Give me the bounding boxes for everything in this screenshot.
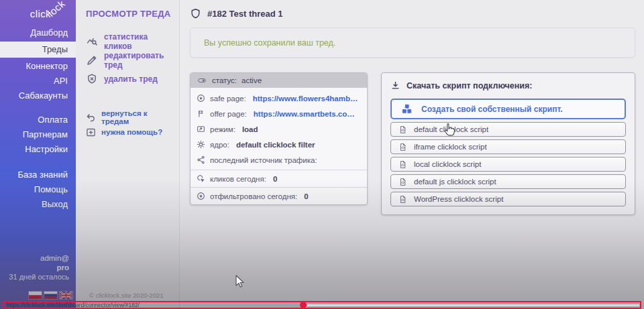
status-header: статус:active bbox=[191, 73, 367, 88]
last-traffic-source-label: последний источник трафика: bbox=[210, 156, 317, 164]
shield-icon bbox=[190, 7, 201, 20]
account-plan: pro bbox=[0, 263, 69, 272]
filtered-today-row: отфильтровано сегодня: 0 bbox=[191, 187, 367, 204]
mode-value: load bbox=[242, 125, 258, 133]
local-script-label: local clicklock script bbox=[414, 160, 481, 168]
sidebar-item-partners[interactable]: Партнерам bbox=[0, 127, 76, 142]
file-code-icon bbox=[398, 195, 407, 204]
wordpress-script-button[interactable]: WordPress clicklock script bbox=[390, 192, 626, 206]
delete-thread-link[interactable]: удалить тред bbox=[86, 70, 174, 88]
gear-icon bbox=[197, 140, 205, 149]
delete-thread-label: удалить тред bbox=[104, 74, 158, 84]
russia-flag-icon[interactable] bbox=[44, 292, 57, 299]
create-custom-script-label: Создать свой собственный скрипт. bbox=[421, 105, 563, 114]
app-root: click lock Дашборд Треды Коннектор API С… bbox=[0, 0, 644, 309]
mode-icon bbox=[197, 125, 205, 133]
safe-page-label: safe page: bbox=[210, 95, 246, 103]
sidebar: click lock Дашборд Треды Коннектор API С… bbox=[0, 0, 76, 309]
download-scripts-card: Скачать скрипт подключения: Создать свой… bbox=[381, 72, 635, 215]
account-days-left: 31 дней осталось bbox=[0, 272, 69, 282]
iframe-script-label: iframe clicklock script bbox=[414, 143, 487, 151]
sidebar-item-subaccounts[interactable]: Сабакаунты bbox=[0, 88, 76, 103]
sidebar-item-settings[interactable]: Настройки bbox=[0, 142, 76, 157]
star-circle-icon bbox=[197, 94, 205, 103]
filtered-today-value: 0 bbox=[304, 192, 308, 200]
star-badge-icon bbox=[197, 192, 205, 200]
status-value: active bbox=[241, 76, 262, 84]
mode-label: режим: bbox=[210, 125, 235, 133]
sidebar-item-api[interactable]: API bbox=[0, 74, 76, 88]
logo[interactable]: click lock bbox=[0, 0, 76, 28]
offer-page-label: offer page: bbox=[210, 110, 247, 118]
panel-actions: статистика кликов редактировать тред уда… bbox=[86, 32, 174, 88]
copyright-text: © clicklock.site 2020-2021 bbox=[89, 292, 164, 299]
status-label: статус: bbox=[212, 76, 237, 84]
offer-page-row: offer page: https://www.smartbets.com/fo… bbox=[191, 106, 367, 121]
main-content: #182 Test thread 1 Вы успешно сохранили … bbox=[180, 0, 644, 309]
offer-page-link[interactable]: https://www.smartbets.com/football/tea..… bbox=[254, 110, 361, 118]
click-stats-label: статистика кликов bbox=[104, 32, 174, 51]
thread-header: #182 Test thread 1 bbox=[190, 5, 635, 22]
poland-flag-icon[interactable] bbox=[29, 292, 42, 299]
language-switcher bbox=[29, 292, 72, 299]
shield-x-icon bbox=[86, 73, 98, 85]
success-alert: Вы успешно сохранили ваш тред. bbox=[190, 27, 635, 58]
file-code-icon bbox=[398, 125, 407, 134]
create-custom-script-button[interactable]: Создать свой собственный скрипт. bbox=[390, 99, 626, 119]
cards-row: статус:active safe page: https://www.flo… bbox=[190, 72, 635, 215]
core-label: ядро: bbox=[210, 141, 229, 149]
share-icon bbox=[197, 156, 205, 164]
statusbar-url: https://clicklock.site/dashboard/connect… bbox=[7, 302, 140, 308]
account-info: admin@ pro 31 дней осталось bbox=[0, 253, 76, 282]
toggle-icon bbox=[197, 76, 207, 84]
file-code-icon bbox=[398, 143, 407, 151]
default-js-script-label: default js clicklock script bbox=[414, 178, 496, 186]
sidebar-item-help[interactable]: Помощь bbox=[0, 182, 76, 197]
video-progress-scrubber[interactable] bbox=[300, 302, 307, 308]
iframe-script-button[interactable]: iframe clicklock script bbox=[390, 139, 626, 154]
sidebar-item-knowledge-base[interactable]: База знаний bbox=[0, 168, 76, 182]
clicks-today-row: кликов сегодня: 0 bbox=[191, 170, 367, 187]
mode-row: режим: load bbox=[191, 121, 367, 137]
status-body: safe page: https://www.flowers4hamburg.c… bbox=[191, 88, 367, 170]
account-email: admin@ bbox=[0, 253, 69, 263]
default-js-script-button[interactable]: default js clicklock script bbox=[390, 174, 626, 189]
need-help-label: нужна помощь? bbox=[101, 128, 162, 136]
last-traffic-source-row: последний источник трафика: bbox=[191, 152, 367, 168]
undo-icon bbox=[86, 113, 96, 123]
core-value: default clicklock filter bbox=[236, 141, 315, 149]
thread-view-panel: ПРОСМОТР ТРЕДА статистика кликов редакти… bbox=[76, 0, 180, 309]
video-progress-track[interactable] bbox=[307, 304, 639, 306]
default-script-label: default clicklock script bbox=[414, 125, 488, 133]
flag-icon bbox=[197, 109, 205, 118]
thread-title: #182 Test thread 1 bbox=[207, 9, 282, 19]
click-stats-link[interactable]: статистика кликов bbox=[86, 32, 174, 51]
help-icon bbox=[86, 127, 96, 137]
back-to-threads-link[interactable]: вернуться к тредам bbox=[86, 110, 174, 125]
thread-status-card: статус:active safe page: https://www.flo… bbox=[190, 72, 368, 205]
edit-thread-label: редактировать тред bbox=[104, 51, 174, 70]
blocks-icon bbox=[400, 103, 413, 115]
scripts-header: Скачать скрипт подключения: bbox=[390, 80, 626, 90]
safe-page-link[interactable]: https://www.flowers4hamburg.com/ bbox=[253, 95, 361, 103]
download-icon bbox=[390, 80, 400, 90]
sidebar-item-payment[interactable]: Оплата bbox=[0, 113, 76, 127]
local-script-button[interactable]: local clicklock script bbox=[390, 157, 626, 172]
edit-thread-link[interactable]: редактировать тред bbox=[86, 51, 174, 70]
file-code-icon bbox=[398, 178, 407, 186]
sidebar-item-threads[interactable]: Треды bbox=[0, 42, 76, 58]
click-icon bbox=[197, 174, 205, 183]
uk-flag-icon[interactable] bbox=[60, 292, 72, 299]
sidebar-item-logout[interactable]: Выход bbox=[0, 197, 76, 212]
clicks-today-label: кликов сегодня: bbox=[210, 175, 266, 183]
back-to-threads-label: вернуться к тредам bbox=[101, 109, 174, 125]
default-script-button[interactable]: default clicklock script bbox=[390, 122, 626, 137]
wordpress-script-label: WordPress clicklock script bbox=[414, 195, 503, 203]
safe-page-row: safe page: https://www.flowers4hamburg.c… bbox=[191, 90, 367, 106]
sidebar-item-connector[interactable]: Коннектор bbox=[0, 59, 76, 74]
need-help-link[interactable]: нужна помощь? bbox=[86, 125, 174, 139]
stats-icon bbox=[86, 36, 98, 48]
file-code-icon bbox=[398, 160, 407, 169]
pencil-icon bbox=[86, 54, 98, 66]
core-row: ядро: default clicklock filter bbox=[191, 137, 367, 152]
